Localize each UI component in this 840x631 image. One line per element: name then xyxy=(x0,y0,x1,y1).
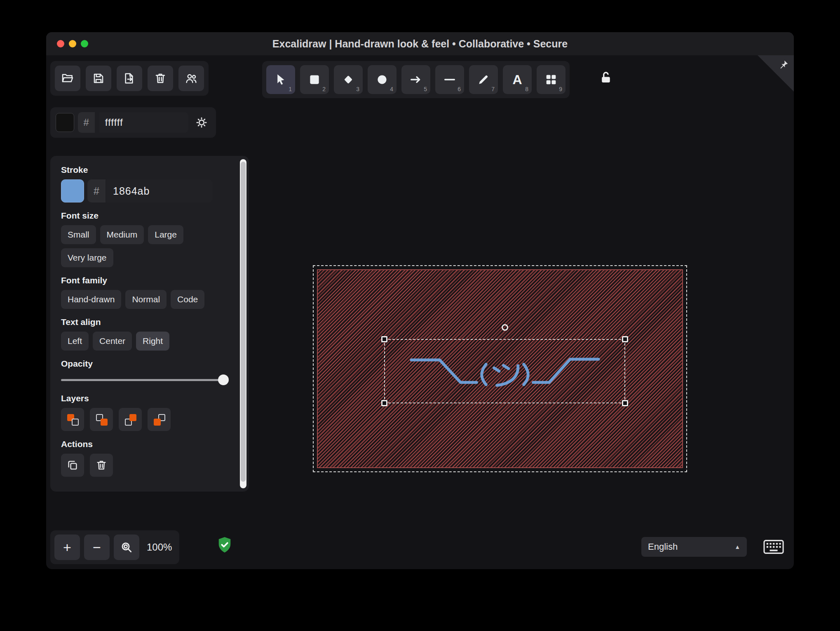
layers-label: Layers xyxy=(61,393,230,403)
gear-icon xyxy=(195,116,208,129)
save-icon xyxy=(92,72,105,85)
text-align-label: Text align xyxy=(61,317,230,327)
canvas-background-swatch[interactable] xyxy=(56,113,74,132)
tool-rectangle[interactable]: 2 xyxy=(300,65,329,94)
pencil-icon xyxy=(476,73,490,87)
export-button[interactable] xyxy=(117,66,142,91)
trash-icon xyxy=(95,459,108,471)
hex-prefix: # xyxy=(78,112,95,133)
tool-text[interactable]: A 8 xyxy=(503,65,532,94)
font-family-code[interactable]: Code xyxy=(171,290,204,309)
send-to-back-button[interactable] xyxy=(61,408,84,431)
save-button[interactable] xyxy=(86,66,111,91)
cursor-icon xyxy=(274,73,288,87)
duplicate-button[interactable] xyxy=(61,454,84,477)
text-align-options: Left Center Right xyxy=(61,332,230,351)
clear-canvas-button[interactable] xyxy=(148,66,173,91)
actions-label: Actions xyxy=(61,439,230,449)
stroke-color-swatch[interactable] xyxy=(61,179,84,202)
tool-shortcut: 9 xyxy=(559,86,562,92)
font-family-normal[interactable]: Normal xyxy=(125,290,167,309)
tool-ellipse[interactable]: 4 xyxy=(368,65,397,94)
shield-check-icon[interactable] xyxy=(217,536,232,554)
text-align-left[interactable]: Left xyxy=(61,332,89,351)
canvas-background-hex-input[interactable]: ffffff xyxy=(99,112,189,133)
bring-to-front-button[interactable] xyxy=(148,408,171,431)
select-arrow-icon: ▲ xyxy=(734,544,740,550)
bring-forward-button[interactable] xyxy=(119,408,142,431)
zoom-out-button[interactable]: − xyxy=(84,534,110,560)
rotate-handle[interactable] xyxy=(502,324,508,331)
stroke-color-row: # 1864ab xyxy=(61,179,230,202)
tool-shortcut: 2 xyxy=(322,86,326,92)
lock-tool-button[interactable] xyxy=(595,67,617,88)
minus-icon: − xyxy=(93,540,101,554)
tool-shortcut: 7 xyxy=(491,86,495,92)
pin-icon[interactable] xyxy=(778,59,789,70)
font-size-large[interactable]: Large xyxy=(148,225,183,244)
file-toolbar xyxy=(50,61,209,96)
panel-scrollbar[interactable] xyxy=(240,159,246,488)
library-icon xyxy=(544,73,558,87)
diamond-icon xyxy=(341,73,355,87)
stroke-hex-input[interactable]: 1864ab xyxy=(106,179,213,202)
settings-button[interactable] xyxy=(192,113,211,132)
plus-icon: + xyxy=(63,540,71,554)
stroke-label: Stroke xyxy=(61,165,230,175)
opacity-slider[interactable] xyxy=(61,374,228,385)
zoom-in-button[interactable]: + xyxy=(54,534,80,560)
trash-icon xyxy=(154,72,167,85)
zoom-reset-button[interactable] xyxy=(114,534,139,560)
font-family-hand-drawn[interactable]: Hand-drawn xyxy=(61,290,121,309)
resize-handle-nw[interactable] xyxy=(381,336,387,342)
rectangle-icon xyxy=(307,73,321,87)
tool-shortcut: 1 xyxy=(289,86,292,92)
line-icon xyxy=(443,73,457,87)
text-align-right[interactable]: Right xyxy=(136,332,169,351)
font-family-options: Hand-drawn Normal Code xyxy=(61,290,230,309)
opacity-knob[interactable] xyxy=(218,374,229,385)
keyboard-shortcuts-button[interactable] xyxy=(763,539,784,554)
arrow-icon xyxy=(409,73,423,87)
delete-button[interactable] xyxy=(90,454,113,477)
tool-arrow[interactable]: 5 xyxy=(401,65,430,94)
tool-library[interactable]: 9 xyxy=(537,65,565,94)
circle-icon xyxy=(375,73,389,87)
language-value: English xyxy=(648,542,678,552)
font-size-label: Font size xyxy=(61,211,230,221)
tool-diamond[interactable]: 3 xyxy=(334,65,363,94)
titlebar: Excalidraw | Hand-drawn look & feel • Co… xyxy=(46,32,794,55)
text-icon: A xyxy=(512,73,522,86)
tool-line[interactable]: 6 xyxy=(435,65,464,94)
resize-handle-sw[interactable] xyxy=(381,400,387,406)
tool-shortcut: 5 xyxy=(424,86,427,92)
folder-icon xyxy=(61,72,74,85)
tool-shortcut: 6 xyxy=(458,86,461,92)
font-family-label: Font family xyxy=(61,275,230,285)
collaborators-icon xyxy=(185,72,198,85)
tool-draw[interactable]: 7 xyxy=(469,65,498,94)
font-size-options: Small Medium Large Very large xyxy=(61,225,230,267)
resize-handle-ne[interactable] xyxy=(622,336,628,342)
keyboard-icon xyxy=(763,539,784,554)
panel-scrollbar-thumb[interactable] xyxy=(241,162,246,482)
open-button[interactable] xyxy=(55,66,80,91)
window-title: Excalidraw | Hand-drawn look & feel • Co… xyxy=(46,32,794,55)
language-select[interactable]: English ▲ xyxy=(641,537,747,557)
tool-shortcut: 4 xyxy=(390,86,393,92)
font-size-small[interactable]: Small xyxy=(61,225,96,244)
font-size-very-large[interactable]: Very large xyxy=(61,248,113,267)
send-backward-button[interactable] xyxy=(90,408,113,431)
shrug-text-element[interactable] xyxy=(394,344,616,398)
tool-selection[interactable]: 1 xyxy=(266,65,295,94)
text-align-center[interactable]: Center xyxy=(93,332,132,351)
hex-prefix: # xyxy=(87,179,106,202)
layers-options xyxy=(61,408,230,431)
resize-handle-se[interactable] xyxy=(622,400,628,406)
lock-open-icon xyxy=(598,70,613,85)
collaboration-button[interactable] xyxy=(178,66,204,91)
zoom-controls: + − 100% xyxy=(50,530,179,564)
duplicate-icon xyxy=(66,459,79,471)
font-size-medium[interactable]: Medium xyxy=(100,225,144,244)
app-window: Excalidraw | Hand-drawn look & feel • Co… xyxy=(46,32,794,569)
